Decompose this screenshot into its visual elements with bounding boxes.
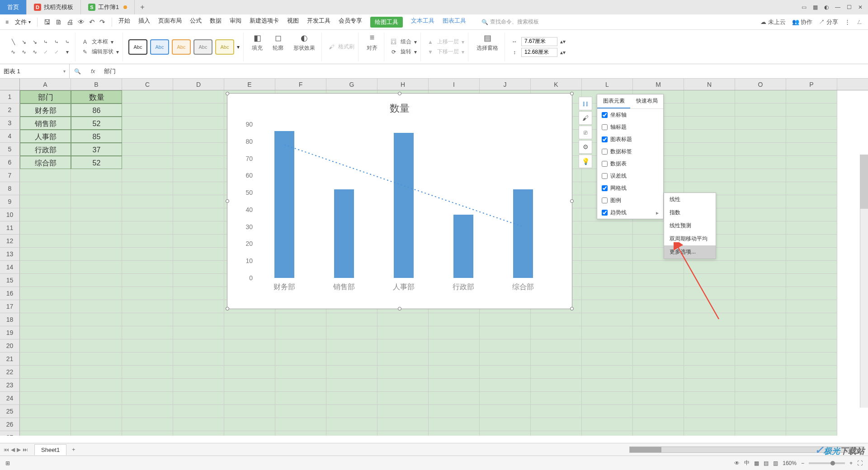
send-backward-button[interactable]: ▼下移一层 ▾ bbox=[426, 48, 464, 56]
shape-preset[interactable]: Abc bbox=[172, 39, 191, 55]
checkbox[interactable] bbox=[602, 149, 608, 155]
name-box[interactable]: 图表 1▾ bbox=[0, 64, 70, 78]
cell[interactable]: 财务部 bbox=[20, 103, 71, 117]
cell[interactable] bbox=[20, 287, 71, 300]
cell[interactable] bbox=[684, 156, 735, 169]
cell[interactable] bbox=[20, 274, 71, 287]
cell[interactable] bbox=[173, 221, 224, 235]
group-button[interactable]: ⿴组合 ▾ bbox=[390, 38, 417, 46]
cell[interactable] bbox=[173, 90, 224, 103]
cell[interactable] bbox=[786, 130, 837, 143]
trendline-option[interactable]: 指数 bbox=[664, 206, 716, 219]
cell[interactable] bbox=[71, 221, 122, 235]
curve-icon[interactable]: ∿ bbox=[20, 48, 28, 56]
menu-data[interactable]: 数据 bbox=[210, 17, 222, 28]
cell[interactable] bbox=[122, 287, 173, 300]
cell[interactable] bbox=[122, 405, 173, 418]
cell[interactable] bbox=[173, 182, 224, 195]
cell[interactable] bbox=[531, 313, 582, 326]
cell[interactable] bbox=[429, 326, 480, 339]
cell[interactable] bbox=[20, 195, 71, 208]
cell[interactable] bbox=[480, 431, 531, 436]
cell[interactable] bbox=[633, 274, 684, 287]
cell[interactable] bbox=[684, 300, 735, 313]
collapse-ribbon-icon[interactable]: ㄥ bbox=[857, 18, 863, 26]
row-header[interactable]: 2 bbox=[0, 103, 20, 117]
cell[interactable] bbox=[633, 418, 684, 431]
effect-button[interactable]: ◐形状效果 bbox=[291, 33, 318, 61]
cell[interactable] bbox=[735, 379, 786, 392]
cell[interactable] bbox=[684, 117, 735, 130]
cell[interactable] bbox=[377, 339, 429, 352]
cell[interactable] bbox=[684, 143, 735, 156]
fullscreen-icon[interactable]: ⛶ bbox=[857, 460, 863, 466]
cell[interactable] bbox=[71, 326, 122, 339]
cell[interactable] bbox=[429, 339, 480, 352]
cell[interactable] bbox=[122, 392, 173, 405]
cell[interactable] bbox=[71, 313, 122, 326]
cell[interactable] bbox=[122, 130, 173, 143]
cell[interactable] bbox=[173, 418, 224, 431]
cell[interactable] bbox=[20, 169, 71, 182]
cell[interactable] bbox=[20, 405, 71, 418]
chart-element-item[interactable]: 图例 bbox=[597, 194, 663, 207]
cell[interactable] bbox=[173, 248, 224, 261]
cell[interactable] bbox=[582, 235, 633, 248]
row-header[interactable]: 14 bbox=[0, 261, 20, 274]
cell[interactable] bbox=[531, 339, 582, 352]
cell[interactable] bbox=[326, 431, 377, 436]
row-header[interactable]: 24 bbox=[0, 392, 20, 405]
minimize-icon[interactable]: — bbox=[835, 4, 840, 10]
chart-elements-icon[interactable]: ⫿⫿ bbox=[579, 97, 592, 110]
cell[interactable] bbox=[71, 261, 122, 274]
cell[interactable] bbox=[122, 182, 173, 195]
cell[interactable] bbox=[786, 156, 837, 169]
cell[interactable] bbox=[275, 405, 326, 418]
cell[interactable] bbox=[735, 339, 786, 352]
view-normal-icon[interactable]: ▦ bbox=[754, 460, 759, 466]
cell[interactable] bbox=[173, 366, 224, 379]
cell[interactable] bbox=[377, 326, 429, 339]
cell[interactable] bbox=[582, 366, 633, 379]
cell[interactable] bbox=[480, 366, 531, 379]
cell[interactable] bbox=[684, 274, 735, 287]
cell[interactable] bbox=[173, 143, 224, 156]
cell[interactable] bbox=[429, 392, 480, 405]
cell[interactable] bbox=[20, 313, 71, 326]
cell[interactable] bbox=[122, 235, 173, 248]
cell[interactable] bbox=[786, 392, 837, 405]
cell[interactable] bbox=[684, 103, 735, 117]
cell[interactable] bbox=[786, 300, 837, 313]
trendline-option[interactable]: 线性预测 bbox=[664, 219, 716, 232]
resize-handle[interactable] bbox=[570, 92, 574, 95]
column-header[interactable]: N bbox=[684, 79, 735, 90]
checkbox[interactable] bbox=[602, 161, 608, 167]
hamburger-icon[interactable]: ≡ bbox=[5, 19, 9, 25]
cell[interactable] bbox=[786, 117, 837, 130]
cell[interactable] bbox=[173, 405, 224, 418]
cell[interactable] bbox=[735, 405, 786, 418]
checkbox[interactable] bbox=[602, 185, 608, 191]
connector-icon[interactable]: ⤷ bbox=[63, 38, 71, 46]
cell[interactable]: 86 bbox=[71, 103, 122, 117]
add-sheet-icon[interactable]: + bbox=[69, 446, 78, 453]
column-header[interactable]: F bbox=[275, 79, 326, 90]
cell[interactable] bbox=[122, 143, 173, 156]
cell[interactable]: 人事部 bbox=[20, 130, 71, 143]
cell[interactable] bbox=[20, 208, 71, 221]
chart-element-item[interactable]: 数据标签 bbox=[597, 146, 663, 158]
cell[interactable] bbox=[122, 300, 173, 313]
row-header[interactable]: 6 bbox=[0, 156, 20, 169]
preset-more-icon[interactable]: ▾ bbox=[237, 44, 240, 50]
share-button[interactable]: ↗ 分享 bbox=[819, 18, 838, 26]
cell[interactable] bbox=[684, 326, 735, 339]
cell[interactable] bbox=[122, 117, 173, 130]
cell[interactable] bbox=[224, 379, 275, 392]
cell[interactable] bbox=[20, 418, 71, 431]
cell[interactable] bbox=[786, 235, 837, 248]
curve-icon[interactable]: ∿ bbox=[9, 48, 17, 56]
cell[interactable] bbox=[275, 352, 326, 366]
column-header[interactable]: B bbox=[71, 79, 122, 90]
more-shapes-icon[interactable]: ▾ bbox=[63, 48, 71, 56]
cell[interactable] bbox=[173, 326, 224, 339]
